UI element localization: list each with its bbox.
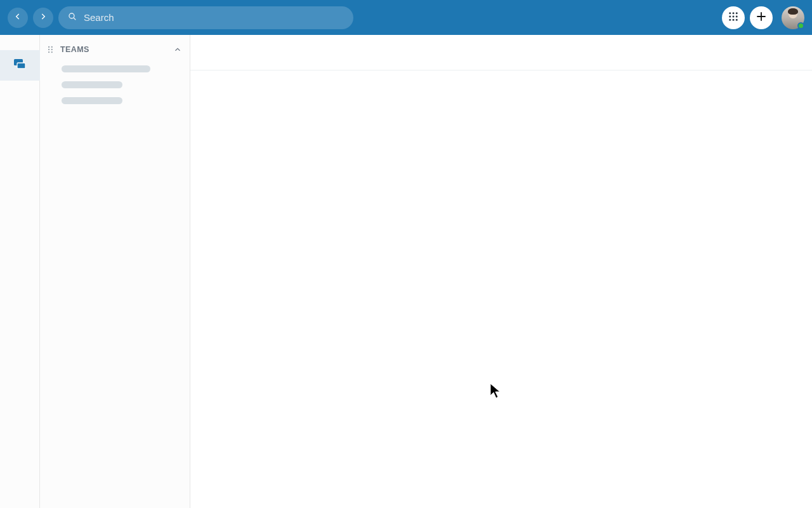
chat-icon — [12, 57, 27, 74]
user-menu[interactable] — [782, 6, 804, 29]
svg-marker-21 — [490, 384, 500, 398]
apps-button[interactable] — [722, 6, 745, 29]
drag-handle-icon — [46, 45, 55, 54]
presence-indicator — [797, 22, 804, 29]
search-icon — [67, 11, 77, 24]
svg-line-1 — [74, 18, 75, 20]
svg-point-15 — [48, 46, 49, 48]
chevron-right-icon — [39, 12, 48, 23]
svg-point-4 — [736, 12, 738, 14]
svg-point-16 — [51, 46, 53, 48]
skeleton-row — [62, 97, 122, 104]
svg-point-9 — [733, 18, 735, 20]
topbar — [0, 0, 812, 35]
content-divider — [190, 70, 812, 70]
svg-point-20 — [51, 51, 53, 53]
svg-point-17 — [48, 49, 49, 50]
apps-grid-icon — [728, 11, 739, 25]
svg-point-10 — [736, 18, 738, 20]
svg-point-2 — [729, 12, 731, 14]
cursor-icon — [490, 383, 501, 399]
chevron-up-icon — [173, 45, 182, 54]
forward-button[interactable] — [33, 8, 53, 28]
back-button[interactable] — [8, 8, 28, 28]
add-button[interactable] — [750, 6, 773, 29]
chevron-left-icon — [13, 12, 22, 23]
search-input[interactable] — [84, 12, 344, 23]
svg-point-0 — [69, 13, 74, 18]
teams-loading-skeleton — [40, 58, 190, 104]
svg-point-6 — [733, 15, 735, 17]
svg-point-19 — [48, 51, 49, 53]
search-field[interactable] — [58, 6, 353, 29]
teams-section-label: TEAMS — [60, 45, 89, 54]
svg-point-18 — [51, 49, 53, 50]
svg-rect-14 — [17, 63, 25, 69]
svg-point-8 — [729, 18, 731, 20]
teams-section-header[interactable]: TEAMS — [40, 41, 190, 58]
svg-point-7 — [736, 15, 738, 17]
skeleton-row — [62, 65, 150, 72]
side-panel: TEAMS — [40, 35, 190, 508]
svg-point-3 — [733, 12, 735, 14]
rail-item-chat[interactable] — [0, 50, 40, 81]
main-content — [190, 35, 812, 508]
skeleton-row — [62, 81, 122, 88]
body: TEAMS — [0, 35, 812, 508]
svg-point-5 — [729, 15, 731, 17]
plus-icon — [756, 11, 767, 25]
nav-rail — [0, 35, 40, 508]
